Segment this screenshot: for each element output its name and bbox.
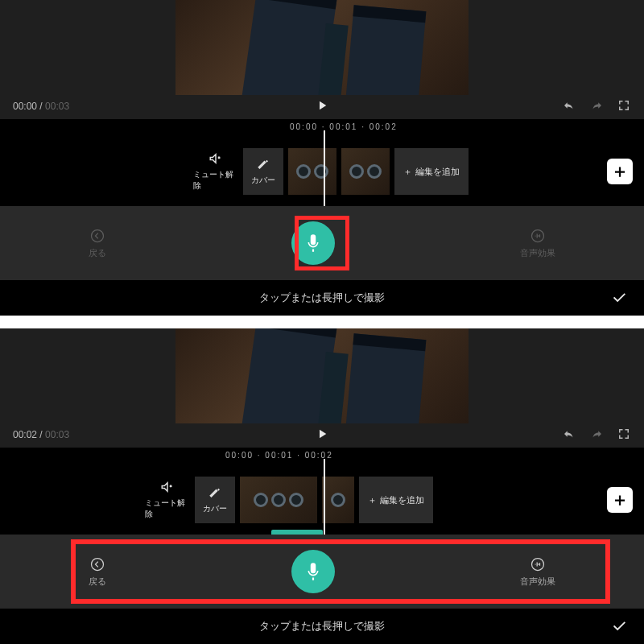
timeline-ruler: 00:00 · 00:01 · 00:02: [0, 119, 644, 137]
clip-thumbnail-1[interactable]: [288, 148, 336, 195]
timeline-playhead[interactable]: [324, 130, 325, 213]
video-preview-area: 00:02 / 00:03: [0, 328, 644, 448]
add-clip-label: ＋ 編集を追加: [368, 494, 423, 506]
voice-effect-icon: [530, 228, 546, 244]
transport-row: 00:02 / 00:03: [13, 423, 631, 446]
checkmark-icon: [610, 288, 628, 306]
play-icon: [315, 98, 329, 113]
cover-label: カバー: [251, 175, 275, 186]
unmute-label: ミュート解除: [145, 497, 190, 520]
svg-point-0: [92, 229, 104, 242]
cover-button[interactable]: カバー: [243, 148, 283, 195]
confirm-button[interactable]: [610, 288, 628, 308]
back-label: 戻る: [89, 247, 106, 259]
plus-icon: ＋: [611, 488, 629, 512]
play-icon: [315, 427, 329, 441]
plus-icon: ＋: [611, 159, 629, 184]
pencil-icon: [256, 157, 270, 171]
clip-thumbnail-1[interactable]: [240, 477, 317, 523]
editor-panel-state-1: 00:00 / 00:03 00:00 · 00:01 · 00:0: [0, 0, 644, 316]
add-clip-label: ＋ 編集を追加: [403, 166, 459, 178]
unmute-button[interactable]: ミュート解除: [145, 477, 190, 523]
play-button[interactable]: [13, 427, 631, 444]
play-button[interactable]: [13, 98, 631, 115]
speaker-muted-icon: [208, 151, 223, 166]
record-action-bar: 戻る 音声効果: [0, 535, 644, 609]
video-preview[interactable]: [175, 0, 469, 95]
clip-thumbnail-2[interactable]: [322, 477, 354, 523]
timeline-ticks: 00:00 · 00:01 · 00:02: [225, 451, 333, 460]
video-preview-area: 00:00 / 00:03: [0, 0, 644, 119]
cover-label: カバー: [203, 503, 227, 514]
unmute-label: ミュート解除: [193, 169, 238, 192]
add-track-button[interactable]: ＋: [607, 487, 633, 513]
voice-effect-label: 音声効果: [520, 247, 555, 259]
footer-hint: タップまたは長押しで撮影: [259, 619, 385, 634]
unmute-button[interactable]: ミュート解除: [193, 148, 238, 195]
timeline-track[interactable]: ミュート解除 カバー ＋ 編集を追加 ＋: [0, 465, 644, 535]
add-clip-button[interactable]: ＋ 編集を追加: [394, 148, 469, 195]
record-action-bar: 戻る 音声効果: [0, 206, 644, 280]
back-button[interactable]: 戻る: [89, 228, 106, 259]
cover-button[interactable]: カバー: [195, 477, 235, 523]
footer-hint: タップまたは長押しで撮影: [259, 291, 385, 305]
back-circle-icon: [89, 228, 105, 244]
video-preview[interactable]: [175, 328, 469, 423]
pencil-icon: [208, 485, 222, 500]
add-clip-button[interactable]: ＋ 編集を追加: [359, 477, 433, 523]
annotation-highlight-bar: [71, 539, 610, 604]
annotation-highlight-mic: [295, 216, 349, 270]
footer-bar: タップまたは長押しで撮影: [0, 609, 644, 644]
add-track-button[interactable]: ＋: [607, 159, 633, 184]
voice-effect-button[interactable]: 音声効果: [520, 228, 555, 259]
checkmark-icon: [610, 617, 628, 634]
timeline-ticks: 00:00 · 00:01 · 00:02: [290, 122, 398, 131]
speaker-muted-icon: [160, 480, 175, 494]
clip-thumbnail-2[interactable]: [341, 148, 390, 195]
svg-point-1: [532, 229, 544, 242]
footer-bar: タップまたは長押しで撮影: [0, 280, 644, 316]
timeline-ruler: 00:00 · 00:01 · 00:02: [0, 448, 644, 465]
confirm-button[interactable]: [610, 617, 628, 637]
transport-row: 00:00 / 00:03: [13, 95, 631, 118]
editor-panel-state-2: 00:02 / 00:03 00:00 · 00:01 · 00:0: [0, 328, 644, 644]
timeline-playhead[interactable]: [324, 459, 325, 541]
timeline-track[interactable]: ミュート解除 カバー ＋ 編集を追加 ＋: [0, 137, 644, 206]
